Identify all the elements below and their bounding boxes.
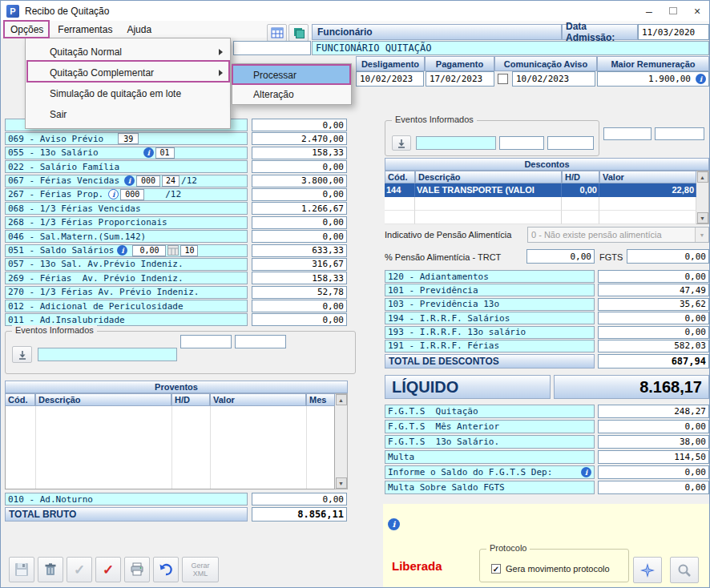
menu-item-sair[interactable]: Sair bbox=[26, 104, 230, 125]
event-field-1[interactable] bbox=[180, 335, 232, 348]
earning-value[interactable]: 0,00 bbox=[252, 188, 347, 201]
earning-value[interactable]: 0,00 bbox=[252, 230, 347, 243]
info-icon[interactable]: i bbox=[117, 245, 127, 256]
fgts-value[interactable]: 0,00 bbox=[598, 481, 709, 494]
minimize-button[interactable]: – bbox=[637, 1, 661, 21]
menu-item-quitacao-normal[interactable]: Quitação Normal bbox=[26, 42, 230, 62]
scroll-up-icon[interactable]: ▲ bbox=[336, 394, 347, 405]
maior-remuneracao-value-box[interactable]: 1.900,00 i bbox=[597, 71, 709, 87]
adnoturno-value[interactable]: 0,00 bbox=[252, 493, 347, 505]
saldo-dias-field[interactable]: 10 bbox=[180, 245, 198, 256]
info-icon[interactable]: i bbox=[108, 189, 119, 199]
comunicacao-aviso-checkbox[interactable] bbox=[498, 74, 508, 84]
scroll-down-icon[interactable]: ▼ bbox=[697, 212, 708, 224]
undo-button[interactable] bbox=[153, 557, 179, 582]
earning-value[interactable]: 0,00 bbox=[252, 313, 347, 326]
menu-item-simulacao-lote[interactable]: Simulação de quitação em lote bbox=[26, 83, 230, 104]
saldo-salario-field[interactable]: 0,00 bbox=[132, 245, 166, 256]
info-icon[interactable]: i bbox=[143, 147, 154, 158]
fgts-value[interactable]: 38,00 bbox=[598, 435, 709, 449]
scroll-up-icon[interactable]: ▲ bbox=[697, 171, 708, 183]
event-field-2[interactable] bbox=[235, 335, 286, 348]
deduction-value[interactable]: 35,62 bbox=[598, 298, 709, 311]
indicativo-pensao-combo[interactable]: 0 - Não existe pensão alimentícia ▼ bbox=[527, 227, 709, 243]
desconto-row-selected[interactable]: 144 VALE TRANSPORTE (VALOI 0,00 22,80 bbox=[385, 183, 696, 197]
earning-value[interactable]: 0,00 bbox=[252, 160, 347, 173]
menu-item-quitacao-complementar[interactable]: Quitação Complementar bbox=[26, 62, 230, 83]
percent-pensao-value[interactable]: 0,00 bbox=[526, 249, 595, 264]
calendar-icon[interactable] bbox=[167, 245, 179, 256]
data-admissao-value[interactable]: 11/03/2020 bbox=[638, 24, 709, 40]
earning-value[interactable]: 158,33 bbox=[252, 272, 347, 284]
event-field-2[interactable] bbox=[547, 136, 594, 150]
earning-value[interactable]: 3.800,00 bbox=[252, 175, 347, 187]
deduction-value[interactable]: 0,00 bbox=[598, 312, 709, 324]
ferias-venc-field1[interactable]: 000 bbox=[136, 175, 160, 187]
scroll-down-icon[interactable]: ▼ bbox=[336, 477, 347, 489]
desligamento-date[interactable]: 10/02/2023 bbox=[356, 71, 424, 87]
menu-ferramentas[interactable]: Ferramentas bbox=[50, 22, 119, 38]
deduction-value[interactable]: 582,03 bbox=[598, 340, 709, 352]
comunicacao-aviso-date[interactable]: 10/02/2023 bbox=[512, 71, 595, 87]
submenu-item-processar[interactable]: Processar bbox=[232, 66, 351, 85]
save-button[interactable] bbox=[9, 557, 34, 582]
confirm-disabled-button[interactable]: ✓ bbox=[67, 557, 92, 582]
desconto-row-empty[interactable] bbox=[385, 211, 696, 224]
grid-toolbar-button[interactable] bbox=[267, 24, 287, 42]
menu-ajuda[interactable]: Ajuda bbox=[119, 22, 159, 38]
earning-value[interactable]: 316,67 bbox=[252, 258, 347, 271]
proventos-scrollbar[interactable]: ▲ ▼ bbox=[335, 393, 348, 489]
deduction-value[interactable]: 0,00 bbox=[598, 326, 709, 339]
pagamento-date[interactable]: 17/02/2023 bbox=[426, 71, 494, 87]
earning-value[interactable]: 1.266,67 bbox=[252, 202, 347, 215]
descontos-scrollbar[interactable]: ▲ ▼ bbox=[696, 171, 709, 224]
earning-value[interactable]: 2.470,00 bbox=[252, 132, 347, 145]
avos-suffix: /12 bbox=[181, 175, 197, 186]
aviso-dias-field[interactable]: 39 bbox=[118, 133, 139, 144]
decimo-avos-field[interactable]: 01 bbox=[155, 147, 175, 159]
fgts-value[interactable]: 114,50 bbox=[598, 450, 709, 464]
import-event-button[interactable] bbox=[392, 135, 411, 151]
fgts-field-value[interactable]: 0,00 bbox=[627, 249, 709, 264]
close-button[interactable]: × bbox=[685, 1, 709, 21]
maximize-button[interactable] bbox=[661, 1, 685, 21]
gera-protocolo-checkbox[interactable]: ✓ bbox=[491, 564, 501, 574]
search-button[interactable] bbox=[670, 557, 699, 583]
earning-value[interactable]: 52,78 bbox=[252, 286, 347, 299]
menu-opcoes[interactable]: Opções bbox=[3, 22, 50, 38]
ferias-venc-field2[interactable]: 24 bbox=[162, 175, 180, 187]
employee-name-field[interactable]: FUNCIONÁRIO QUITAÇÃO bbox=[312, 41, 709, 55]
info-icon[interactable]: i bbox=[388, 518, 400, 530]
event-code-input[interactable] bbox=[416, 136, 496, 150]
delete-button[interactable] bbox=[38, 557, 63, 582]
employee-code-field[interactable] bbox=[233, 41, 311, 55]
info-icon[interactable]: i bbox=[124, 175, 135, 186]
event-code-input[interactable] bbox=[38, 348, 177, 361]
proventos-grid-body[interactable] bbox=[5, 406, 335, 489]
fgts-value[interactable]: 0,00 bbox=[598, 420, 709, 433]
info-icon[interactable]: i bbox=[581, 467, 591, 477]
book-toolbar-button[interactable] bbox=[288, 24, 309, 42]
earning-value[interactable]: 0,00 bbox=[252, 216, 347, 229]
fgts-value[interactable]: 0,00 bbox=[598, 465, 709, 479]
chevron-down-icon[interactable]: ▼ bbox=[695, 228, 708, 242]
print-button[interactable] bbox=[124, 557, 150, 582]
fgts-value[interactable]: 248,27 bbox=[598, 405, 709, 418]
confirm-button[interactable]: ✓ bbox=[95, 557, 121, 582]
gerar-xml-button[interactable]: Gerar XML bbox=[182, 557, 219, 582]
ferias-prop-field[interactable]: 000 bbox=[120, 189, 144, 200]
earning-value[interactable]: 0,00 bbox=[252, 119, 347, 131]
process-button[interactable] bbox=[633, 557, 662, 583]
import-event-button[interactable] bbox=[12, 346, 32, 363]
info-icon[interactable]: i bbox=[696, 74, 706, 84]
submenu-item-alteracao[interactable]: Alteração bbox=[232, 85, 351, 104]
event-extra-field-1[interactable] bbox=[603, 127, 652, 140]
deduction-value[interactable]: 0,00 bbox=[598, 270, 709, 283]
deduction-value[interactable]: 47,49 bbox=[598, 284, 709, 296]
earning-value[interactable]: 0,00 bbox=[252, 300, 347, 312]
earning-value[interactable]: 633,33 bbox=[252, 244, 347, 257]
earning-value[interactable]: 158,33 bbox=[252, 147, 347, 159]
event-extra-field-2[interactable] bbox=[655, 127, 704, 140]
desconto-row-empty[interactable] bbox=[385, 197, 696, 211]
event-field-1[interactable] bbox=[499, 136, 544, 150]
